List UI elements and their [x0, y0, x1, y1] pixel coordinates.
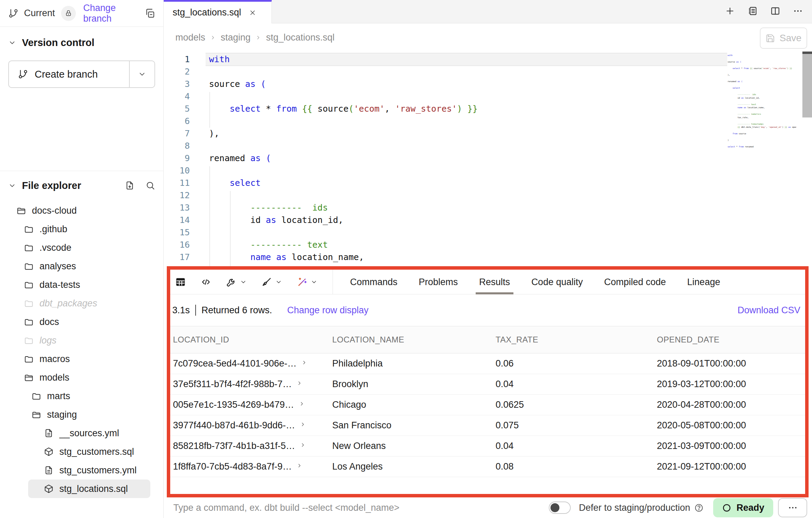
cell-location_id: 3977f440-b87d-461b-9dd6-…: [170, 415, 332, 436]
change-row-display-link[interactable]: Change row display: [287, 305, 369, 316]
model-icon: [44, 447, 54, 457]
new-file-icon[interactable]: [125, 181, 135, 190]
table-row: 1f8ffa70-7cb5-4d83-8a7f-9…Los Angeles0.0…: [170, 456, 805, 477]
results-tab-lineage[interactable]: Lineage: [687, 270, 720, 294]
file-tree-item-staging[interactable]: staging: [8, 405, 155, 424]
build-tools-button[interactable]: [226, 277, 247, 288]
code-preview-button[interactable]: [200, 277, 211, 288]
file-tree-item-macros[interactable]: macros: [8, 350, 155, 368]
results-tab-code-quality[interactable]: Code quality: [531, 270, 583, 294]
results-tab-commands[interactable]: Commands: [350, 270, 397, 294]
file-tree-item--vscode[interactable]: .vscode: [8, 238, 155, 257]
more-options-icon[interactable]: [793, 6, 803, 16]
line-content: select * from {{ source('ecom', 'raw_sto…: [190, 103, 478, 115]
dbt-ide-window: Current Change branch Version control Cr…: [0, 0, 812, 518]
folder-icon: [24, 243, 34, 252]
code-line: 9renamed as (: [164, 152, 478, 165]
table-row: 3977f440-b87d-461b-9dd6-…San Francisco0.…: [170, 415, 805, 436]
file-tree-item-label: __sources.yml: [59, 428, 119, 439]
row-expand-chevron-icon[interactable]: [300, 421, 306, 427]
folder-open-icon: [24, 373, 34, 382]
row-expand-chevron-icon[interactable]: [297, 463, 302, 469]
code-line: 10: [164, 165, 478, 177]
file-tree-item-label: docs-cloud: [32, 205, 77, 216]
file-tree-item-stg-locations-sql[interactable]: stg_locations.sql: [28, 480, 150, 498]
file-tree-item-analyses[interactable]: analyses: [8, 257, 155, 275]
create-branch-split-button: Create branch: [8, 60, 155, 88]
row-expand-chevron-icon[interactable]: [300, 442, 306, 448]
copy-icon[interactable]: [144, 8, 155, 19]
file-tree-item-label: analyses: [39, 261, 76, 272]
cell-opened_date: 2021-03-09T00:00:00: [657, 436, 805, 456]
file-tree-item--sources-yml[interactable]: __sources.yml: [8, 424, 155, 442]
toggle-knob: [550, 503, 559, 512]
file-tree-item-docs[interactable]: docs: [8, 313, 155, 331]
results-tab-compiled-code[interactable]: Compiled code: [604, 270, 666, 294]
table-row: 37e5f311-b7f4-4f2f-988b-7…Brooklyn0.0420…: [170, 374, 805, 394]
git-branch-icon: [18, 69, 28, 79]
ai-assist-button[interactable]: [297, 277, 317, 288]
download-csv-link[interactable]: Download CSV: [738, 305, 800, 316]
results-table-header: LOCATION_IDLOCATION_NAMETAX_RATEOPENED_D…: [170, 326, 805, 353]
cell-opened_date: 2018-09-01T00:00:00: [657, 353, 805, 374]
chevron-down-icon: [275, 279, 282, 285]
table-view-button[interactable]: [175, 277, 186, 288]
row-expand-chevron-icon[interactable]: [301, 360, 307, 365]
folder-icon: [24, 224, 34, 234]
line-number: 1: [164, 53, 190, 66]
ready-status-badge[interactable]: Ready: [713, 498, 773, 517]
row-expand-chevron-icon[interactable]: [299, 401, 305, 407]
line-number: 16: [164, 239, 190, 251]
create-branch-button[interactable]: Create branch: [9, 61, 129, 87]
lock-icon: [65, 10, 72, 17]
chevron-down-icon[interactable]: [8, 182, 16, 190]
file-tree-item--github[interactable]: .github: [8, 220, 155, 238]
broom-icon: [261, 277, 272, 288]
minimap[interactable]: with source as ( select * from {{ source…: [728, 54, 796, 157]
help-icon[interactable]: [694, 503, 704, 513]
command-bar-more-button[interactable]: [778, 498, 807, 517]
change-branch-link[interactable]: Change branch: [83, 3, 144, 24]
split-pane-icon[interactable]: [770, 6, 780, 16]
editor-tab-bar: stg_locations.sql: [164, 0, 812, 23]
results-tab-problems[interactable]: Problems: [419, 270, 458, 294]
chevron-down-icon[interactable]: [8, 39, 16, 47]
row-expand-chevron-icon[interactable]: [297, 380, 302, 386]
file-tree-item-docs-cloud[interactable]: docs-cloud: [8, 201, 155, 220]
file-tree-item-logs[interactable]: logs: [8, 331, 155, 350]
version-control-header[interactable]: Version control: [8, 36, 155, 49]
file-tree-item-models[interactable]: models: [8, 368, 155, 387]
file-tree-item-dbt-packages[interactable]: dbt_packages: [8, 294, 155, 313]
file-tree: docs-cloud.github.vscodeanalysesdata-tes…: [8, 201, 155, 498]
format-button[interactable]: [261, 277, 282, 288]
save-button[interactable]: Save: [760, 27, 807, 49]
line-number: 10: [164, 165, 190, 177]
code-line: 2: [164, 66, 478, 78]
new-tab-icon[interactable]: [725, 6, 735, 16]
breadcrumb-row: modelsstagingstg_locations.sql Save: [164, 24, 812, 52]
cell-location_id: 005e7e1c-1935-4269-b479…: [170, 394, 332, 415]
defer-toggle[interactable]: [549, 502, 571, 514]
ready-label: Ready: [736, 503, 764, 513]
tab-stg-locations-sql[interactable]: stg_locations.sql: [164, 0, 272, 23]
search-icon[interactable]: [146, 181, 155, 190]
command-input[interactable]: [173, 503, 549, 513]
results-tab-results[interactable]: Results: [479, 270, 510, 294]
file-tree-item-marts[interactable]: marts: [8, 387, 155, 405]
code-line: 8: [164, 140, 478, 152]
file-tree-item-stg-customers-yml[interactable]: stg_customers.yml: [8, 461, 155, 480]
file-tree-item-data-tests[interactable]: data-tests: [8, 275, 155, 294]
line-number: 13: [164, 202, 190, 214]
create-branch-caret-button[interactable]: [130, 61, 154, 87]
file-tree-item-stg-customers-sql[interactable]: stg_customers.sql: [8, 442, 155, 461]
close-icon[interactable]: [249, 9, 256, 16]
line-content: [190, 115, 209, 127]
cell-location_name: New Orleans: [332, 436, 496, 456]
tab-title: stg_locations.sql: [173, 7, 241, 18]
column-header-location_name: LOCATION_NAME: [332, 326, 496, 353]
editor-scrollbar-thumb[interactable]: [802, 52, 812, 117]
notebook-icon[interactable]: [747, 6, 758, 16]
folder-icon: [24, 280, 34, 290]
code-editor[interactable]: 1with23source as (45 select * from {{ so…: [164, 52, 812, 266]
cell-tax_rate: 0.04: [496, 436, 657, 456]
